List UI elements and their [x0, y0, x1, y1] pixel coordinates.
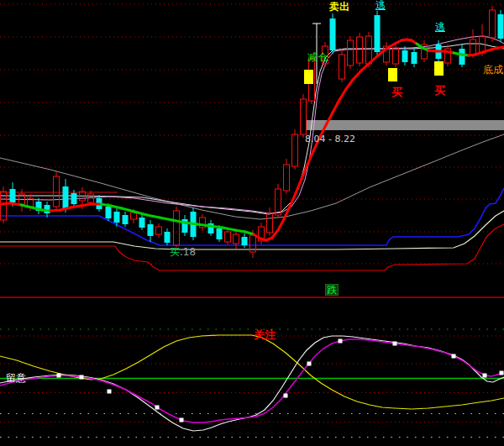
sell-out-signal-label: 卖出: [329, 2, 349, 12]
candle-down: [276, 189, 281, 215]
cream-support-line: [0, 211, 504, 249]
yellow-signal-square: [388, 68, 397, 81]
oscillator-gridlines: [0, 329, 504, 438]
candle-up: [242, 237, 248, 245]
trend-ma-segment: [21, 205, 32, 207]
curve-marker-square: [284, 394, 288, 398]
trend-ma-segment: [235, 230, 245, 232]
candles-layer: [1, 6, 504, 258]
candle-down: [234, 234, 239, 244]
price-chart-canvas[interactable]: [0, 0, 504, 446]
trend-ma-segment: [50, 210, 60, 211]
trend-ma-segment: [60, 207, 71, 210]
curve-marker-square: [80, 375, 84, 380]
fall-badge: 跌: [325, 284, 339, 296]
curve-marker-square: [452, 354, 456, 359]
candle-up: [412, 52, 417, 64]
candle-up: [10, 189, 16, 202]
stock-chart-screen: 卖出 逃 逃 减仓 买 买 底成 8.04 - 8.22 买.18 跌 留意 关…: [0, 0, 504, 446]
attention-label: 关注: [254, 329, 276, 340]
candle-up: [114, 212, 120, 223]
oscillator-magenta: [0, 339, 504, 422]
trend-ma-segment: [428, 50, 437, 51]
candle-down: [490, 10, 496, 38]
candle-up: [106, 207, 112, 218]
candle-down: [284, 165, 290, 191]
candle-up: [63, 186, 69, 209]
candle-up: [402, 50, 408, 62]
yellow-signal-square: [434, 61, 444, 76]
reduce-position-signal-label: 减仓: [307, 52, 328, 62]
trend-ma-segment: [10, 203, 21, 205]
trend-ma-segment: [223, 228, 235, 230]
trend-ma-segment: [111, 206, 122, 208]
candle-down: [131, 213, 137, 219]
candle-down: [470, 39, 476, 55]
candle-up: [165, 232, 171, 243]
bottom-formed-label: 底成: [483, 65, 503, 75]
candle-up: [71, 193, 77, 204]
trend-ma-segment: [272, 230, 278, 238]
price-range-band: [306, 120, 504, 130]
candle-up: [139, 218, 145, 228]
trend-ma-segment: [483, 50, 491, 52]
curve-marker-square: [393, 342, 397, 346]
candle-down: [156, 227, 162, 234]
buy-low-price-value: .18: [180, 246, 196, 258]
trend-ma-segment: [71, 206, 81, 207]
candle-down: [174, 211, 180, 245]
candle-down: [348, 40, 354, 66]
trend-ma-segment: [278, 219, 284, 230]
candle-up: [330, 18, 336, 50]
trend-ma-segment: [197, 224, 210, 226]
curve-marker-square: [57, 374, 61, 378]
candle-up: [148, 224, 154, 236]
trend-ma-segment: [339, 89, 346, 100]
candle-up: [375, 15, 381, 52]
curve-marker-square: [307, 362, 312, 366]
main-gridlines: [0, 4, 504, 264]
trend-ma-segment: [101, 204, 111, 206]
trend-ma-segment: [147, 215, 160, 218]
price-range-label: 8.04 - 8.22: [305, 134, 355, 144]
candle-up: [123, 215, 129, 224]
curve-marker-square: [180, 418, 184, 422]
trend-ma-segment: [370, 55, 378, 63]
trend-ma-segment: [346, 80, 353, 89]
candle-down: [357, 37, 363, 63]
heed-label: 留意: [6, 373, 26, 383]
buy-signal-label-1: 买: [391, 87, 402, 97]
escape-signal-label-1: 逃: [375, 0, 386, 10]
candle-down: [393, 48, 399, 64]
trend-ma-segment: [185, 223, 197, 224]
buy-low-price-label: 买.18: [170, 247, 196, 257]
trend-ma-segment: [81, 204, 91, 206]
candle-up: [498, 14, 504, 39]
trend-ma-segment: [0, 203, 10, 204]
trend-ma-segment: [160, 218, 172, 220]
candle-up: [459, 49, 465, 65]
curve-marker-square: [339, 339, 343, 344]
escape-signal-label-2: 逃: [435, 22, 445, 32]
curve-marker-square: [155, 406, 160, 410]
curve-marker-square: [500, 371, 504, 375]
curve-marker-square: [483, 374, 487, 378]
oscillator-curves: [0, 335, 504, 431]
candle-down: [225, 232, 231, 242]
trend-ma-segment: [42, 210, 50, 211]
trend-ma-segment: [498, 47, 504, 48]
trend-ma-segment: [445, 51, 454, 53]
candle-down: [339, 55, 345, 79]
candle-down: [301, 99, 307, 134]
candle-down: [366, 36, 372, 64]
trend-ma-segment: [210, 226, 223, 228]
curve-marker-square: [108, 390, 112, 394]
trend-ma-segment: [454, 53, 462, 55]
buy-signal-label-2: 买: [434, 85, 445, 96]
trend-ma-segment: [353, 71, 361, 80]
yellow-signal-square: [304, 70, 313, 84]
buy-low-glyph: 买: [170, 246, 180, 258]
oscillator-yellow: [0, 335, 504, 409]
trend-ma-segment: [122, 208, 134, 212]
candle-up: [217, 228, 223, 239]
